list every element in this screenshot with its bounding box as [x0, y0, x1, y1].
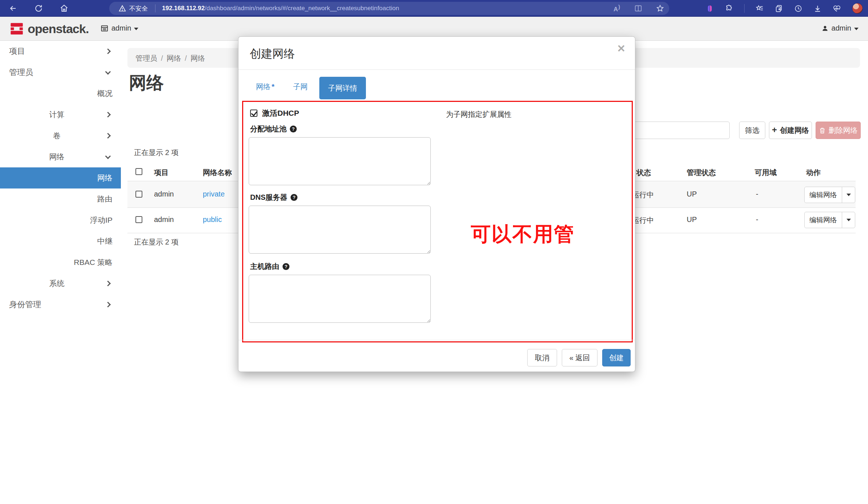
tab-network[interactable]: 网络* — [256, 82, 275, 92]
security-label[interactable]: 不安全 — [129, 4, 148, 13]
breadcrumb: 管理员/网络/网络 — [135, 53, 205, 63]
breadcrumb-network-group[interactable]: 网络 — [167, 54, 181, 62]
downloads-icon[interactable] — [813, 4, 822, 13]
sidebar-item-system[interactable]: 系统 — [0, 273, 121, 294]
row-checkbox[interactable] — [135, 191, 142, 198]
chevron-right-icon — [105, 133, 111, 139]
create-network-button[interactable]: +创建网络 — [769, 122, 812, 139]
col-header-project[interactable]: 项目 — [154, 168, 169, 178]
sidebar-item-volumes[interactable]: 卷 — [0, 125, 121, 146]
browser-toolbar: 不安全 192.168.112.92/dashboard/admin/netwo… — [0, 0, 868, 17]
help-icon[interactable]: ? — [290, 126, 297, 132]
modal-footer-divider — [238, 340, 635, 340]
network-link-public[interactable]: public — [203, 215, 222, 224]
trash-icon — [819, 127, 826, 134]
project-switcher[interactable]: admin — [100, 24, 138, 32]
url-text[interactable]: 192.168.112.92/dashboard/admin/networks/… — [162, 5, 399, 12]
allocation-pools-label: 分配地址池? — [250, 124, 297, 134]
browser-essentials-icon[interactable] — [833, 4, 841, 13]
tab-subnet[interactable]: 子网 — [293, 82, 308, 92]
sidebar-item-project[interactable]: 项目 — [0, 41, 121, 62]
enable-dhcp-checkbox[interactable] — [250, 110, 257, 117]
edit-network-button[interactable]: 编辑网络 — [804, 187, 855, 203]
openstack-logo-icon — [9, 21, 24, 36]
sidebar-item-compute[interactable]: 计算 — [0, 104, 121, 125]
row-actions-dropdown[interactable] — [842, 187, 855, 203]
split-screen-icon[interactable] — [634, 4, 642, 12]
modal-title: 创建网络 — [250, 46, 295, 61]
breadcrumb-admin[interactable]: 管理员 — [135, 54, 157, 62]
cell-admin-state: UP — [687, 190, 697, 198]
extensions-puzzle-icon[interactable] — [725, 4, 733, 13]
select-all-checkbox[interactable] — [135, 168, 142, 175]
cell-project: admin — [154, 190, 174, 198]
sidebar-item-networks-active[interactable]: 网络 — [0, 167, 121, 188]
table-count-bottom: 正在显示 2 项 — [134, 237, 178, 247]
read-aloud-icon[interactable]: A) — [613, 4, 620, 13]
sidebar-item-identity[interactable]: 身份管理 — [0, 294, 121, 315]
network-link-private[interactable]: private — [203, 190, 225, 198]
openstack-brand[interactable]: openstack. — [9, 21, 89, 36]
table-count-top: 正在显示 2 项 — [134, 148, 178, 158]
breadcrumb-networks[interactable]: 网络 — [190, 54, 205, 62]
sidebar-item-rbac-policies[interactable]: RBAC 策略 — [0, 252, 121, 273]
dns-servers-textarea[interactable] — [249, 206, 431, 254]
modal-header-divider — [238, 70, 635, 70]
cell-status: 运行中 — [632, 190, 654, 200]
tab-subnet-details[interactable]: 子网详情 — [319, 77, 366, 99]
cancel-button[interactable]: 取消 — [527, 349, 557, 366]
filter-button[interactable]: 筛选 — [739, 122, 765, 139]
sidebar-item-admin[interactable]: 管理员 — [0, 62, 121, 83]
chevron-right-icon — [105, 48, 111, 54]
row-actions-dropdown[interactable] — [842, 212, 855, 228]
user-menu[interactable]: admin — [821, 24, 859, 32]
user-icon — [821, 25, 829, 32]
create-button[interactable]: 创建 — [602, 349, 631, 366]
col-header-actions: 动作 — [806, 168, 821, 178]
delete-network-button[interactable]: 删除网络 — [816, 122, 861, 139]
annotation-text: 可以不用管 — [471, 221, 575, 248]
copilot-brain-icon[interactable] — [706, 4, 714, 13]
address-bar[interactable]: 不安全 192.168.112.92/dashboard/admin/netwo… — [109, 2, 669, 15]
not-secure-warning-icon[interactable] — [119, 5, 126, 12]
back-icon[interactable] — [9, 4, 17, 13]
cell-az: - — [756, 215, 758, 224]
required-asterisk: * — [272, 83, 275, 91]
help-icon[interactable]: ? — [291, 194, 297, 201]
network-filter-input[interactable] — [619, 122, 730, 139]
create-network-modal: 创建网络 ✕ 网络* 子网 子网详情 激活DHCP 为子网指定扩展属性 分配地址… — [238, 36, 635, 372]
favorite-star-icon[interactable] — [656, 4, 664, 12]
close-icon[interactable]: ✕ — [617, 43, 626, 55]
host-routes-textarea[interactable] — [249, 275, 431, 323]
edit-network-button[interactable]: 编辑网络 — [804, 212, 855, 228]
chevron-down-icon — [847, 219, 851, 221]
sidebar-item-routers[interactable]: 路由 — [0, 188, 121, 210]
cell-project: admin — [154, 215, 174, 224]
sidebar-item-trunks[interactable]: 中继 — [0, 231, 121, 252]
col-header-status[interactable]: 状态 — [636, 168, 651, 178]
row-checkbox[interactable] — [135, 216, 142, 223]
dns-servers-label: DNS服务器? — [250, 193, 297, 202]
chevron-down-icon — [134, 28, 138, 30]
allocation-pools-textarea[interactable] — [249, 137, 431, 185]
address-divider — [155, 4, 155, 12]
col-header-admin-state[interactable]: 管理状态 — [687, 168, 716, 178]
sidebar-item-network-group[interactable]: 网络 — [0, 146, 121, 167]
profile-avatar[interactable] — [852, 3, 863, 14]
cell-status: 运行中 — [632, 215, 654, 225]
help-icon[interactable]: ? — [283, 263, 289, 270]
chevron-down-icon — [847, 194, 851, 196]
back-button[interactable]: « 返回 — [562, 349, 597, 366]
col-header-az[interactable]: 可用域 — [755, 168, 777, 178]
home-icon[interactable] — [60, 4, 68, 13]
history-icon[interactable] — [794, 4, 802, 13]
chevron-right-icon — [105, 281, 111, 286]
sidebar-item-overview[interactable]: 概况 — [0, 83, 121, 104]
sidebar-nav: 项目 管理员 概况 计算 卷 网络 网络 路由 浮动IP 中继 RBAC 策略 … — [0, 41, 121, 504]
favorites-list-icon[interactable] — [755, 4, 764, 13]
collections-icon[interactable] — [775, 4, 783, 13]
toolbar-divider — [744, 4, 745, 13]
refresh-icon[interactable] — [34, 4, 43, 13]
col-header-name[interactable]: 网络名称 — [203, 168, 232, 178]
sidebar-item-floating-ips[interactable]: 浮动IP — [0, 210, 121, 231]
